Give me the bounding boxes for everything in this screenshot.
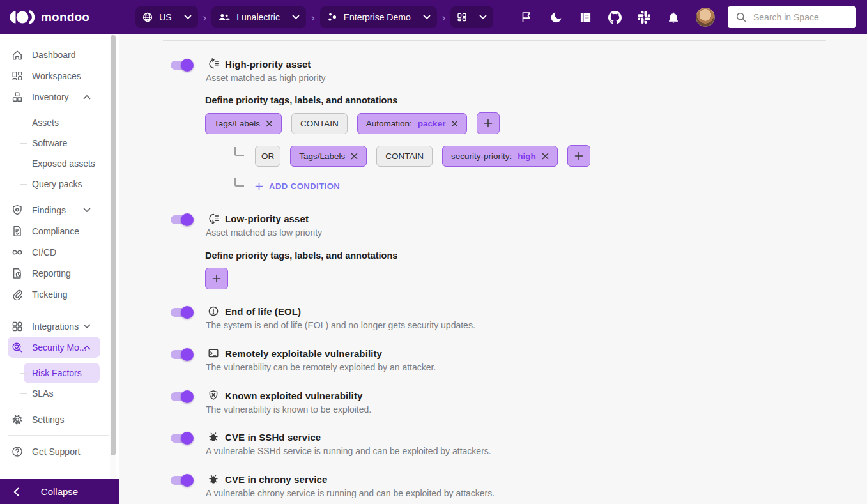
search-icon: [735, 11, 747, 23]
sidebar-item-dashboard[interactable]: Dashboard: [0, 44, 119, 65]
infinity-icon: [11, 246, 24, 259]
sidebar-item-label: SLAs: [32, 388, 53, 399]
chevron-down-icon: [83, 208, 91, 213]
collapse-button[interactable]: Collapse: [0, 479, 119, 504]
sidebar-item-risk-factors[interactable]: Risk Factors: [24, 363, 100, 383]
risk-factor-description: A vulnerable chrony service is running a…: [206, 488, 495, 498]
joiner-chip[interactable]: OR: [255, 146, 280, 167]
divider: [417, 12, 417, 22]
add-chip-button[interactable]: [567, 145, 590, 167]
sidebar-item-label: Findings: [32, 205, 66, 215]
sidebar-item-settings[interactable]: Settings: [0, 409, 119, 430]
sidebar-scrollbar[interactable]: [110, 34, 116, 479]
sidebar-item-exposed-assets[interactable]: Exposed assets: [0, 153, 119, 174]
value-chip[interactable]: Automation:packer: [357, 113, 468, 134]
sidebar-item-workspaces[interactable]: Workspaces: [0, 65, 119, 86]
plus-icon: [574, 151, 583, 160]
close-icon[interactable]: [542, 153, 549, 160]
mondoo-logo[interactable]: mondoo: [9, 9, 89, 26]
operator-chip[interactable]: CONTAIN: [291, 113, 348, 134]
close-icon[interactable]: [451, 120, 458, 127]
workspace-selector[interactable]: [450, 6, 493, 28]
sidebar-item-inventory[interactable]: Inventory: [0, 86, 119, 107]
sidebar: Dashboard Workspaces Inventory Assets So…: [0, 34, 119, 479]
flag-button[interactable]: [519, 10, 533, 24]
cve-chrony-toggle[interactable]: [171, 476, 192, 485]
divider: [286, 12, 286, 22]
risk-factor-title: CVE in chrony service: [225, 474, 328, 485]
sidebar-item-cicd[interactable]: CI/CD: [0, 241, 119, 263]
risk-factor-description: The vulnerability is known to be exploit…: [206, 404, 371, 415]
sidebar-item-reporting[interactable]: Reporting: [0, 263, 119, 284]
field-chip[interactable]: Tags/Labels: [290, 146, 367, 167]
high-priority-toggle[interactable]: [171, 61, 192, 70]
help-circle-icon: [11, 445, 24, 458]
close-icon[interactable]: [266, 120, 273, 127]
operator-chip[interactable]: CONTAIN: [376, 146, 433, 167]
sidebar-item-ticketing[interactable]: Ticketing: [0, 284, 119, 305]
avatar[interactable]: [696, 8, 715, 27]
org-selector[interactable]: Lunalectric: [211, 6, 306, 28]
sidebar-item-findings[interactable]: Findings: [0, 199, 119, 220]
region-selector[interactable]: US: [135, 6, 197, 28]
sidebar-item-compliance[interactable]: Compliance: [0, 220, 119, 241]
add-chip-button[interactable]: [205, 268, 228, 289]
main-content: High-priority asset Asset matched as hig…: [119, 34, 867, 504]
remotely-exploitable-toggle[interactable]: [171, 350, 192, 359]
chevron-down-icon: [292, 15, 300, 20]
slack-icon: [638, 11, 650, 24]
field-chip[interactable]: Tags/Labels: [205, 113, 282, 134]
sidebar-item-label: Get Support: [32, 447, 81, 457]
sidebar-item-integrations[interactable]: Integrations: [0, 316, 119, 337]
condition-row-1: Tags/Labels CONTAIN Automation:packer: [205, 112, 500, 134]
people-icon: [218, 12, 231, 22]
sidebar-item-assets[interactable]: Assets: [0, 112, 119, 133]
notifications-button[interactable]: [666, 10, 680, 24]
sidebar-item-label: CI/CD: [32, 247, 56, 257]
risk-factor-title: High-priority asset: [225, 59, 311, 70]
chip-label: Automation:: [366, 119, 412, 128]
content-top-divider: [163, 40, 826, 41]
priority-low-icon: [208, 213, 219, 224]
inventory-submenu: Assets Software Exposed assets Query pac…: [0, 112, 119, 194]
sidebar-item-software[interactable]: Software: [0, 133, 119, 153]
sidebar-item-query-packs[interactable]: Query packs: [0, 174, 119, 194]
docs-button[interactable]: [578, 10, 592, 24]
org-label: Lunalectric: [236, 12, 280, 22]
sidebar-item-slas[interactable]: SLAs: [0, 383, 119, 404]
add-condition-button[interactable]: ADD CONDITION: [255, 181, 340, 191]
bug-icon: [208, 473, 219, 485]
sidebar-item-get-support[interactable]: Get Support: [0, 441, 119, 462]
globe-icon: [142, 11, 153, 23]
sidebar-item-label: Inventory: [32, 92, 69, 102]
value-chip[interactable]: security-priority:high: [442, 146, 558, 167]
sidebar-item-security-monitoring[interactable]: Security Mo...: [8, 337, 100, 358]
region-label: US: [159, 12, 171, 22]
close-icon[interactable]: [351, 153, 358, 160]
known-exploited-toggle[interactable]: [171, 392, 192, 401]
dark-mode-button[interactable]: [549, 10, 563, 24]
risk-factor-description: Asset matched as low priority: [206, 227, 322, 238]
add-chip-button[interactable]: [477, 112, 500, 134]
sidebar-item-label: Reporting: [32, 268, 71, 279]
search-input[interactable]: [753, 12, 848, 22]
chevron-up-icon: [83, 95, 91, 100]
plus-icon: [255, 182, 263, 190]
github-button[interactable]: [608, 10, 622, 24]
space-dots-icon: [326, 11, 338, 23]
scrollbar-thumb[interactable]: [111, 35, 116, 455]
space-selector[interactable]: Enterprise Demo: [320, 6, 437, 28]
slack-button[interactable]: [637, 10, 651, 24]
risk-factor-title: End of life (EOL): [225, 306, 301, 317]
cve-sshd-toggle[interactable]: [171, 434, 192, 443]
search-box: [728, 6, 856, 28]
github-icon: [608, 11, 622, 24]
workspace-grid-icon: [457, 12, 467, 22]
eol-toggle[interactable]: [171, 308, 192, 317]
risk-factor-title: Low-priority asset: [225, 213, 309, 224]
chip-value: high: [518, 151, 536, 161]
define-priority-label: Define priority tags, labels, and annota…: [205, 250, 397, 261]
chevron-up-icon: [83, 345, 91, 350]
low-priority-toggle[interactable]: [171, 215, 192, 224]
condition-row-2: OR Tags/Labels CONTAIN security-priority…: [255, 145, 590, 167]
